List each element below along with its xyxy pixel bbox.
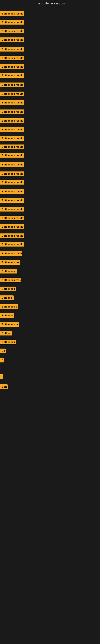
- bottleneck-badge: Bottleneck result: [0, 260, 20, 265]
- bottleneck-badge: Bottleneck result: [0, 198, 24, 203]
- bottleneck-badge: Bottleneck result: [0, 172, 24, 176]
- bottleneck-result-item: Bottleneck c: [0, 304, 18, 310]
- bottleneck-badge: Bottleneck result: [0, 82, 24, 87]
- bottleneck-badge: Bott: [0, 384, 8, 389]
- bottleneck-result-item: Bottleneck result: [0, 29, 24, 34]
- bottleneck-badge: Bottleneck: [0, 340, 16, 344]
- bottleneck-badge: Bottlene: [0, 296, 14, 300]
- bottleneck-result-item: Bottleneck result: [0, 153, 24, 158]
- bottleneck-result-item: Bottleneck result: [0, 162, 24, 168]
- bottleneck-result-item: Bottleneck result: [0, 100, 24, 106]
- bottleneck-badge: Bottleneck c: [0, 304, 18, 309]
- bottleneck-badge: Bottleneck result: [0, 110, 24, 114]
- bottleneck-result-item: Bottleneck result: [0, 118, 24, 124]
- bottleneck-badge: Bottleneck result: [0, 127, 24, 132]
- bottleneck-badge: Bottleneck result: [0, 242, 24, 246]
- bottleneck-badge: Bottleneck result: [0, 100, 24, 105]
- bottleneck-badge: Bottleneck resul: [0, 278, 21, 282]
- bottleneck-badge: Bottleneck result: [0, 64, 24, 69]
- bottleneck-badge: Bottleneck result: [0, 20, 24, 24]
- bottleneck-badge: Bottlen: [0, 331, 12, 336]
- bottleneck-badge: Bottleneck result: [0, 189, 24, 194]
- bottleneck-result-item: |: [0, 374, 3, 380]
- bottleneck-result-item: Bottleneck result: [0, 82, 24, 88]
- bottleneck-result-item: Bottleneck: [0, 340, 16, 345]
- bottleneck-badge: B: [0, 358, 3, 362]
- bottleneck-badge: Bottleneck result: [0, 56, 24, 60]
- site-title: TheBottlenecker.com: [0, 0, 100, 7]
- bottleneck-badge: Bottleneck result: [0, 207, 24, 212]
- bottleneck-badge: Bottleneck result: [0, 38, 24, 42]
- bottleneck-badge: Bottleneck result: [0, 162, 24, 167]
- bottleneck-badge: Bottleneck result: [0, 136, 24, 141]
- bottleneck-result-item: Bott: [0, 384, 8, 390]
- bottleneck-result-item: Bottleneck result: [0, 11, 24, 17]
- bottleneck-badge: |: [0, 374, 3, 379]
- bottleneck-badge: Bottleneck result: [0, 11, 24, 16]
- bottleneck-badge: Bottleneck result: [0, 118, 24, 123]
- bottleneck-badge: Bottlenec: [0, 313, 14, 318]
- bottleneck-result-item: Bottlenec: [0, 313, 14, 318]
- bottleneck-badge: Bottleneck: [0, 286, 16, 291]
- bottleneck-result-item: Bottleneck result: [0, 251, 22, 256]
- bottleneck-badge: Bo: [0, 348, 6, 353]
- bottleneck-badge: Bottleneck result: [0, 234, 24, 238]
- bottleneck-result-item: Bottleneck result: [0, 56, 24, 61]
- bottleneck-result-item: Bottleneck result: [0, 127, 24, 132]
- bottleneck-result-item: Bottleneck result: [0, 20, 24, 25]
- bottleneck-result-item: Bottleneck result: [0, 234, 24, 239]
- bottleneck-result-item: Bottleneck result: [0, 224, 24, 230]
- bottleneck-badge: Bottleneck result: [0, 92, 24, 96]
- bottleneck-badge: Bottleneck result: [0, 29, 24, 34]
- bottleneck-result-item: B: [0, 358, 3, 363]
- bottleneck-result-item: Bottleneck result: [0, 216, 24, 221]
- bottleneck-result-item: Bottleneck result: [0, 136, 24, 142]
- bottleneck-result-item: Bottleneck result: [0, 180, 24, 185]
- bottleneck-result-item: Bottleneck r: [0, 269, 17, 274]
- bottleneck-result-item: Bottleneck result: [0, 207, 24, 212]
- bottleneck-result-item: Bottleneck result: [0, 198, 24, 204]
- bottleneck-badge: Bottleneck result: [0, 153, 24, 158]
- bottleneck-badge: Bottleneck result: [0, 144, 24, 149]
- bottleneck-badge: Bottleneck result: [0, 47, 24, 52]
- bottleneck-result-item: Bottleneck result: [0, 242, 24, 247]
- bottleneck-result-item: Bottleneck result: [0, 47, 24, 52]
- bottleneck-result-item: Bottleneck resul: [0, 278, 21, 283]
- bottleneck-badge: Bottleneck result: [0, 251, 22, 256]
- bottleneck-result-item: Bottleneck result: [0, 110, 24, 115]
- bottleneck-badge: Bottleneck result: [0, 73, 24, 78]
- bottleneck-badge: Bottleneck re: [0, 322, 19, 327]
- bottleneck-badge: Bottleneck result: [0, 180, 24, 184]
- bottleneck-result-item: Bottleneck result: [0, 144, 24, 150]
- bottleneck-result-item: Bottleneck result: [0, 189, 24, 194]
- bottleneck-result-item: Bottleneck result: [0, 92, 24, 97]
- bottleneck-result-item: Bottleneck result: [0, 73, 24, 78]
- bottleneck-result-item: Bottleneck re: [0, 322, 19, 328]
- bottleneck-result-item: Bottlene: [0, 296, 14, 301]
- bottleneck-badge: Bottleneck result: [0, 224, 24, 229]
- bottleneck-result-item: Bottleneck result: [0, 38, 24, 43]
- bottleneck-result-item: Bottleneck: [0, 286, 16, 292]
- bottleneck-result-item: Bottleneck result: [0, 64, 24, 70]
- bottleneck-badge: Bottleneck result: [0, 216, 24, 220]
- bottleneck-result-item: Bottleneck result: [0, 172, 24, 177]
- bottleneck-result-item: Bottleneck result: [0, 260, 20, 266]
- bottleneck-result-item: Bo: [0, 348, 6, 354]
- bottleneck-result-item: Bottlen: [0, 331, 12, 336]
- bottleneck-badge: Bottleneck r: [0, 269, 17, 274]
